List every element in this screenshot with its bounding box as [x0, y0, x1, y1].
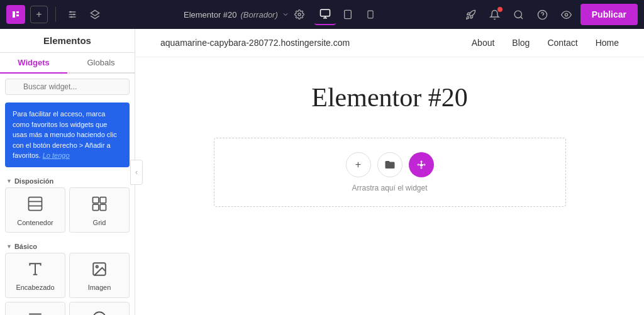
move-widget-button[interactable]	[409, 152, 434, 177]
add-element-button[interactable]: +	[30, 6, 48, 23]
center-title-area: Elementor #20 (Borrador)	[109, 4, 456, 25]
svg-marker-10	[91, 10, 99, 16]
svg-rect-30	[100, 204, 106, 210]
notification-bell-icon[interactable]	[485, 4, 505, 25]
elementor-logo-button[interactable]	[6, 5, 25, 24]
section-arrow-disposicion: ▼	[6, 178, 12, 184]
right-actions: Publicar	[461, 4, 638, 25]
notification-badge	[497, 7, 502, 12]
svg-point-19	[514, 11, 521, 18]
sidebar: Elementos Widgets Globals 🔍 Para facilit…	[0, 29, 135, 315]
mobile-view-button[interactable]	[360, 4, 381, 25]
section-label-disposicion: Disposición	[14, 177, 53, 185]
tab-globals[interactable]: Globals	[67, 53, 135, 74]
widget-contenedor[interactable]: Contenedor	[5, 187, 65, 233]
svg-rect-0	[10, 9, 21, 20]
sidebar-wrapper: Elementos Widgets Globals 🔍 Para facilit…	[0, 29, 135, 315]
svg-point-8	[73, 14, 75, 16]
viewport-switcher	[314, 4, 381, 25]
imagen-icon	[91, 261, 108, 280]
grid-label: Grid	[93, 219, 106, 226]
widget-editor-texto[interactable]: Editor de texto	[5, 302, 65, 316]
search-area: 🔍	[0, 74, 135, 100]
section-arrow-basico: ▼	[6, 243, 12, 250]
drop-zone-label: Arrastra aquí el widget	[352, 184, 427, 192]
add-widget-button[interactable]: +	[346, 152, 371, 177]
tab-widgets[interactable]: Widgets	[0, 53, 67, 74]
svg-point-34	[96, 265, 98, 267]
svg-rect-28	[100, 197, 106, 202]
svg-rect-29	[93, 204, 99, 210]
widget-video[interactable]: Video	[69, 302, 130, 316]
svg-point-7	[70, 11, 72, 13]
contenedor-label: Contenedor	[17, 219, 53, 226]
disposicion-widgets-grid: Contenedor Grid	[0, 187, 135, 238]
desktop-view-button[interactable]	[314, 4, 336, 25]
video-icon	[91, 310, 108, 316]
page-settings-gear-icon[interactable]	[289, 4, 309, 25]
svg-rect-12	[320, 9, 330, 16]
sidebar-tabs: Widgets Globals	[0, 53, 135, 74]
contenedor-icon	[26, 195, 44, 216]
preview-nav-menu: About Blog Contact Home	[472, 38, 619, 48]
site-preview: aquamarine-capybara-280772.hostingersite…	[135, 29, 644, 315]
svg-rect-15	[344, 10, 351, 18]
svg-point-39	[93, 312, 106, 315]
publish-button[interactable]: Publicar	[580, 4, 638, 25]
nav-about[interactable]: About	[472, 38, 495, 48]
preview-content: Elementor #20 + Arrastra aquí el widget	[135, 57, 644, 315]
svg-rect-2	[16, 11, 19, 13]
widget-imagen[interactable]: Imagen	[69, 253, 130, 298]
svg-rect-24	[29, 197, 42, 210]
svg-rect-27	[93, 197, 99, 202]
section-basico[interactable]: ▼ Básico	[0, 238, 135, 253]
nav-contact[interactable]: Contact	[547, 38, 577, 48]
page-title-selector[interactable]: Elementor #20 (Borrador)	[184, 10, 289, 19]
tablet-view-button[interactable]	[337, 4, 358, 25]
draft-label: (Borrador)	[241, 10, 278, 19]
svg-line-20	[521, 16, 523, 18]
sidebar-title: Elementos	[0, 29, 135, 53]
widget-drop-zone[interactable]: + Arrastra aquí el widget	[214, 138, 566, 207]
page-main-title: Elementor #20	[311, 82, 467, 113]
svg-rect-3	[16, 14, 19, 16]
search-wrap: 🔍	[5, 79, 130, 95]
widget-grid[interactable]: Grid	[69, 187, 130, 233]
basico-widgets-grid: Encabezado Imagen Editor de texto	[0, 253, 135, 316]
grid-icon	[91, 195, 108, 216]
top-toolbar: + Elementor #20 (Borrador)	[0, 0, 644, 29]
rocket-icon[interactable]	[461, 4, 481, 25]
hint-link[interactable]: Lo tengo	[43, 152, 70, 159]
section-label-basico: Básico	[14, 243, 37, 250]
svg-point-9	[70, 16, 72, 18]
svg-point-11	[298, 13, 301, 16]
editor-texto-icon	[27, 310, 43, 316]
main-area: Elementos Widgets Globals 🔍 Para facilit…	[0, 29, 644, 315]
help-icon[interactable]	[533, 4, 553, 25]
settings-sliders-icon[interactable]	[64, 6, 81, 23]
page-title-label: Elementor #20	[184, 10, 237, 19]
hint-box: Para facilitar el acceso, marca como fav…	[5, 102, 130, 167]
canvas-area: aquamarine-capybara-280772.hostingersite…	[135, 29, 644, 315]
preview-eye-icon[interactable]	[557, 4, 577, 25]
svg-rect-1	[13, 11, 15, 18]
encabezado-label: Encabezado	[16, 284, 54, 291]
drop-zone-actions: +	[346, 152, 434, 177]
nav-blog[interactable]: Blog	[512, 38, 530, 48]
sidebar-content: ▼ Disposición Contenedor Grid	[0, 172, 135, 316]
preview-navbar: aquamarine-capybara-280772.hostingersite…	[135, 29, 644, 57]
search-icon[interactable]	[509, 4, 529, 25]
widget-encabezado[interactable]: Encabezado	[5, 253, 65, 298]
search-input[interactable]	[5, 79, 130, 95]
preview-site-url: aquamarine-capybara-280772.hostingersite…	[160, 38, 472, 48]
nav-home[interactable]: Home	[596, 38, 619, 48]
imagen-label: Imagen	[88, 284, 111, 291]
collapse-sidebar-button[interactable]: ‹	[130, 160, 143, 185]
svg-point-23	[565, 13, 568, 16]
add-template-button[interactable]	[377, 152, 402, 177]
section-disposicion[interactable]: ▼ Disposición	[0, 172, 135, 187]
layers-icon[interactable]	[86, 6, 104, 23]
divider	[55, 7, 56, 22]
encabezado-icon	[27, 261, 43, 280]
